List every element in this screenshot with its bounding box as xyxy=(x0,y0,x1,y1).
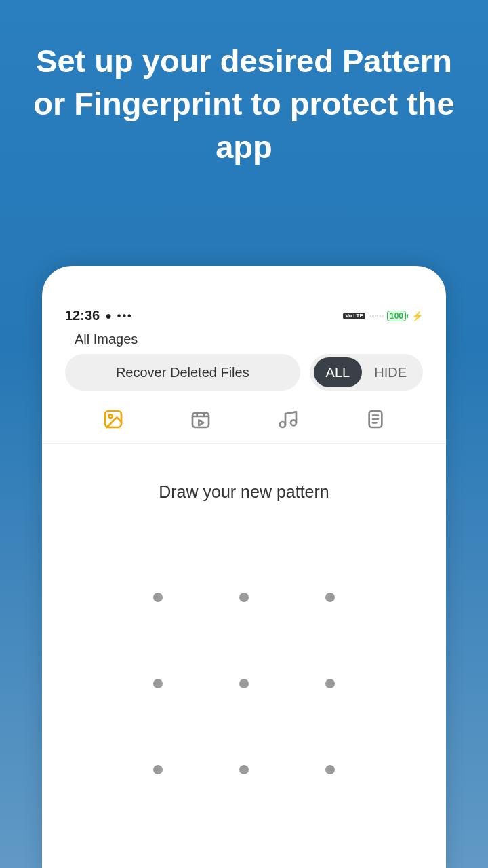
tab-images[interactable] xyxy=(102,408,124,430)
image-icon xyxy=(102,408,124,430)
pattern-dot-3[interactable] xyxy=(287,555,373,641)
pattern-dot-2[interactable] xyxy=(201,555,287,641)
page-title: All Images xyxy=(42,323,446,354)
volte-icon: Vo LTE xyxy=(343,313,365,319)
pattern-dot-1[interactable] xyxy=(115,555,201,641)
pattern-dot-9[interactable] xyxy=(287,726,373,812)
filter-hide-button[interactable]: HIDE xyxy=(362,357,419,387)
status-right: Vo LTE ○○○○ 100 ⚡ xyxy=(343,311,423,321)
promo-headline: Set up your desired Pattern or Fingerpri… xyxy=(0,0,488,168)
filter-toggle: ALL HIDE xyxy=(310,354,423,391)
pattern-dot-5[interactable] xyxy=(201,641,287,727)
document-icon xyxy=(365,408,386,430)
status-left: 12:36 ● ••• xyxy=(65,308,133,323)
tab-documents[interactable] xyxy=(365,408,386,430)
music-icon xyxy=(277,408,299,430)
video-icon xyxy=(190,408,211,430)
charging-icon: ⚡ xyxy=(411,311,423,321)
chat-icon: ● xyxy=(105,310,112,322)
signal-icon: ○○○○ xyxy=(369,312,383,319)
pattern-dot-4[interactable] xyxy=(115,641,201,727)
phone-frame: 12:36 ● ••• Vo LTE ○○○○ 100 ⚡ All Images… xyxy=(42,266,446,868)
tab-videos[interactable] xyxy=(190,408,211,430)
recover-deleted-button[interactable]: Recover Deleted Files xyxy=(65,354,300,391)
pattern-dot-6[interactable] xyxy=(287,641,373,727)
battery-icon: 100 xyxy=(387,311,406,321)
action-row: Recover Deleted Files ALL HIDE xyxy=(42,354,446,391)
more-icon: ••• xyxy=(117,310,133,322)
filter-all-button[interactable]: ALL xyxy=(314,357,363,387)
tab-music[interactable] xyxy=(277,408,299,430)
status-bar: 12:36 ● ••• Vo LTE ○○○○ 100 ⚡ xyxy=(42,304,446,323)
status-time: 12:36 xyxy=(65,308,100,323)
pattern-dot-7[interactable] xyxy=(115,726,201,812)
pattern-prompt: Draw your new pattern xyxy=(42,482,446,502)
svg-point-1 xyxy=(108,414,112,418)
pattern-lock-grid[interactable] xyxy=(115,555,373,812)
category-tabs xyxy=(42,391,446,444)
pattern-dot-8[interactable] xyxy=(201,726,287,812)
